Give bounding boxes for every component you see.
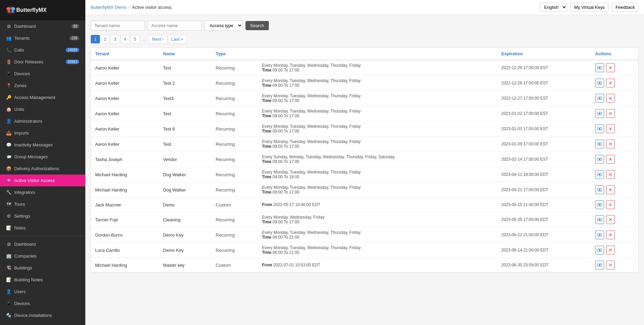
sidebar-item-administrators[interactable]: 👤Administrators [0, 115, 85, 127]
delete-button-6[interactable]: ✕ [606, 155, 615, 164]
delete-button-7[interactable]: ✕ [606, 170, 615, 179]
sidebar-label-active-visitor-access: Active Visitor Access [14, 178, 55, 183]
page-btn-2[interactable]: 2 [101, 35, 110, 43]
view-button-5[interactable] [595, 140, 604, 148]
sidebar-item-tours[interactable]: 🗺Tours [0, 198, 85, 210]
delete-button-4[interactable]: ✕ [606, 124, 615, 133]
sidebar-item-delivery-authorizations[interactable]: 📦Delivery Authorizations [0, 163, 85, 175]
sidebar-item-tenants[interactable]: 👥Tenants238 [0, 32, 85, 44]
sidebar-item-notes[interactable]: 📝Notes [0, 222, 85, 234]
view-button-7[interactable] [595, 170, 604, 179]
delete-button-8[interactable]: ✕ [606, 185, 615, 194]
view-button-9[interactable] [595, 200, 604, 209]
page-btn-5[interactable]: 5 [130, 35, 139, 43]
view-button-0[interactable] [595, 63, 604, 72]
access-name-input[interactable] [148, 21, 202, 31]
sidebar-item-companies[interactable]: 🏢Companies [0, 250, 85, 262]
view-button-3[interactable] [595, 109, 604, 118]
sidebar-item-integrators[interactable]: 🔧Integrators [0, 186, 85, 198]
tenant-name-input[interactable] [91, 21, 145, 31]
sidebar-item-inactivity-messages[interactable]: 💬Inactivity Messages [0, 139, 85, 151]
access-type-select[interactable]: Access type Recurring Custom [205, 20, 243, 31]
sidebar-item-devices[interactable]: 📱Devices [0, 68, 85, 80]
sidebar-item-units[interactable]: 🏠Units [0, 103, 85, 115]
language-selector[interactable]: English [540, 3, 567, 12]
view-button-12[interactable] [595, 246, 604, 255]
cell-schedule-8: Every Monday, Tuesday, Wednesday, Thursd… [258, 182, 497, 198]
page-btn-3[interactable]: 3 [110, 35, 120, 43]
delete-button-9[interactable]: ✕ [606, 200, 615, 209]
view-button-4[interactable] [595, 124, 604, 133]
cell-actions-8: ✕ [591, 182, 639, 198]
settings-icon: ⚙ [6, 214, 12, 219]
zones-icon: 📍 [6, 83, 12, 88]
header-type: Type [212, 48, 258, 60]
schedule-from-label-13: From [262, 263, 272, 267]
svg-point-19 [599, 159, 600, 160]
schedule-from-value-13: 2022-07-01 10:53:00 EDT [273, 263, 320, 267]
sidebar-item-dashboard2[interactable]: ⊞Dashboard [0, 238, 85, 250]
sidebar-item-device-installations[interactable]: 🔩Device installations [0, 309, 85, 321]
view-button-10[interactable] [595, 215, 604, 224]
sidebar-item-group-messages[interactable]: 📨Group Messages [0, 151, 85, 163]
search-button[interactable]: Search [245, 21, 269, 30]
delete-button-11[interactable]: ✕ [606, 230, 615, 239]
group-messages-icon: 📨 [6, 154, 12, 159]
sidebar-item-building-notes[interactable]: 📝Building Notes [0, 274, 85, 286]
cell-schedule-12: Every Monday, Tuesday, Wednesday, Thursd… [258, 243, 497, 258]
cell-tenant-9: Jack Macnee [91, 198, 159, 212]
schedule-time-label-2: Time [262, 98, 272, 103]
schedule-from-value-9: 2022-05-17 10:40:00 EDT [273, 202, 320, 207]
feedback-button[interactable]: Feedback [612, 3, 639, 12]
sidebar-item-settings[interactable]: ⚙Settings [0, 210, 85, 222]
delete-button-0[interactable]: ✕ [606, 63, 615, 72]
pagination-next[interactable]: Next › [149, 35, 167, 43]
svg-point-13 [599, 113, 600, 115]
view-button-13[interactable] [595, 261, 604, 269]
delete-button-5[interactable]: ✕ [606, 140, 615, 148]
sidebar-item-devices2[interactable]: 📱Devices [0, 298, 85, 309]
delete-button-10[interactable]: ✕ [606, 215, 615, 224]
breadcrumb: ButterflyMX Demo › Active visitor access… [91, 5, 173, 10]
svg-point-23 [599, 189, 600, 191]
delete-button-1[interactable]: ✕ [606, 79, 615, 87]
cell-schedule-1: Every Monday, Tuesday, Wednesday, Thursd… [258, 76, 497, 91]
sidebar-item-imports[interactable]: 📥Imports [0, 127, 85, 139]
sidebar-item-key-lockers[interactable]: 🗝Key Lockers [0, 321, 85, 325]
virtual-keys-button[interactable]: My Virtual Keys [571, 3, 608, 12]
x-icon: ✕ [608, 202, 613, 207]
delete-button-3[interactable]: ✕ [606, 109, 615, 118]
sidebar-item-buildings[interactable]: 🏗Buildings [0, 262, 85, 274]
sidebar-item-access-management[interactable]: 🔑Access Management [0, 92, 85, 103]
cell-tenant-6: Tasha Joseph [91, 152, 159, 167]
cell-expiration-9: 2023-05-15 11:40:00 EDT [497, 198, 591, 212]
sidebar-item-active-visitor-access[interactable]: 👁Active Visitor Access [0, 175, 85, 186]
view-button-1[interactable] [595, 79, 604, 87]
schedule-every-4: Every Monday, Tuesday, Wednesday, Thursd… [262, 124, 361, 129]
eye-icon [597, 81, 602, 85]
sidebar-item-door-releases[interactable]: 🚪Door Releases50963 [0, 56, 85, 68]
breadcrumb-link[interactable]: ButterflyMX Demo [91, 5, 126, 10]
dashboard-icon: ⊞ [6, 24, 12, 29]
sidebar-item-zones[interactable]: 📍Zones [0, 80, 85, 92]
delete-button-13[interactable]: ✕ [606, 261, 615, 269]
delete-button-2[interactable]: ✕ [606, 94, 615, 103]
x-icon: ✕ [608, 232, 613, 238]
cell-tenant-4: Aaron Keller [91, 121, 159, 137]
cell-schedule-3: Every Monday, Tuesday, Wednesday, Thursd… [258, 106, 497, 121]
cell-type-3: Recurring [212, 106, 258, 121]
view-button-2[interactable] [595, 94, 604, 103]
view-button-11[interactable] [595, 230, 604, 239]
sidebar-item-users[interactable]: 👤Users [0, 286, 85, 298]
page-btn-1[interactable]: 1 [91, 35, 100, 43]
cell-type-0: Recurring [212, 60, 258, 76]
delete-button-12[interactable]: ✕ [606, 246, 615, 255]
schedule-every-0: Every Monday, Tuesday, Wednesday, Thursd… [262, 63, 361, 68]
page-btn-4[interactable]: 4 [121, 35, 130, 43]
sidebar-item-calls[interactable]: 📞Calls24595 [0, 44, 85, 56]
sidebar-label-companies: Companies [14, 253, 37, 259]
sidebar-item-dashboard[interactable]: ⊞Dashboard83 [0, 20, 85, 32]
pagination-last[interactable]: Last » [168, 35, 187, 43]
view-button-6[interactable] [595, 155, 604, 164]
view-button-8[interactable] [595, 185, 604, 194]
